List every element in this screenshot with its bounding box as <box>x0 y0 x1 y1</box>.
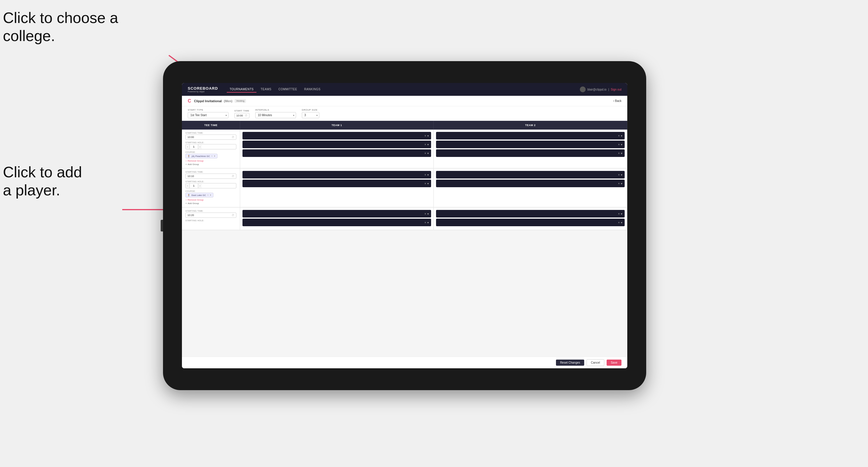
remove-group-btn-1[interactable]: ○ Remove Group <box>185 160 236 162</box>
player-slot-r2-1-1[interactable]: × ▾ <box>243 171 431 179</box>
footer: Reset Changes Cancel Save <box>182 357 627 368</box>
stepper-val-1: 1 <box>189 145 198 149</box>
player-slot-actions-1-3: × ▾ <box>424 152 429 155</box>
chevron-icon-r2-1-1[interactable]: ▾ <box>427 173 429 177</box>
tournament-title: Clippd Invitational (Men) <box>194 99 232 103</box>
player-slot-r2-2-2[interactable]: × ▾ <box>436 180 625 187</box>
close-icon-r3-2-1[interactable]: × <box>618 212 620 215</box>
reset-changes-button[interactable]: Reset Changes <box>556 360 584 366</box>
player-slot-r3-2-1[interactable]: × ▾ <box>436 210 625 217</box>
player-slot-actions-2-3: × ▾ <box>618 152 622 155</box>
chevron-icon-r3-2-1[interactable]: ▾ <box>621 212 622 215</box>
player-slot-r3-2-2[interactable]: × ▾ <box>436 219 625 226</box>
close-icon-2-1[interactable]: × <box>618 134 620 137</box>
stepper-inc-2[interactable]: › <box>198 184 202 188</box>
intervals-select-wrap: 10 Minutes 8 Minutes 12 Minutes <box>255 112 296 118</box>
tournament-gender: (Men) <box>224 99 232 103</box>
chevron-icon-1-2[interactable]: ▾ <box>427 143 429 146</box>
starting-time-input-1[interactable]: 10:00 ⏱ <box>185 134 236 140</box>
nav-link-teams[interactable]: TEAMS <box>258 87 274 93</box>
starting-time-label-3: STARTING TIME: <box>185 210 236 212</box>
sub-header: C Clippd Invitational (Men) Hosting ‹ Ba… <box>182 96 627 106</box>
starting-time-input-2[interactable]: 10:10 ⏱ <box>185 174 236 179</box>
player-slot-1-1[interactable]: × ▾ <box>243 132 431 139</box>
stepper-val-2: 1 <box>189 183 198 188</box>
table-header: Tee Time Team 1 Team 2 <box>182 121 627 130</box>
chevron-icon-2-3[interactable]: ▾ <box>621 152 622 155</box>
start-type-select-wrap: 1st Tee Start Shotgun Start <box>188 112 228 118</box>
close-icon-r2-1-1[interactable]: × <box>424 173 426 177</box>
clock-icon-3: ⏱ <box>232 214 234 217</box>
stepper-inc-1[interactable]: › <box>198 145 202 149</box>
player-slot-1-3[interactable]: × ▾ <box>243 149 431 157</box>
remove-group-label-2: Remove Group <box>188 198 204 201</box>
start-type-select[interactable]: 1st Tee Start Shotgun Start <box>188 112 228 118</box>
player-slot-actions-r3-1-2: × ▾ <box>424 221 429 224</box>
chevron-icon-2-1[interactable]: ▾ <box>621 134 622 137</box>
add-group-icon-1: + <box>185 163 187 166</box>
close-icon-r2-1-2[interactable]: × <box>424 182 426 185</box>
chevron-icon-r3-1-2[interactable]: ▾ <box>427 221 429 224</box>
course-chevron-2[interactable]: ▾ <box>210 194 211 196</box>
player-slot-actions-r2-1-2: × ▾ <box>424 182 429 185</box>
course-chevron-1[interactable]: ▾ <box>214 155 215 157</box>
clock-icon-2: ⏱ <box>232 175 234 178</box>
nav-sign-out[interactable]: Sign out <box>611 88 621 91</box>
team2-panel-2: × ▾ × ▾ <box>434 168 627 207</box>
chevron-icon-r2-2-1[interactable]: ▾ <box>621 173 622 177</box>
player-slot-r3-1-2[interactable]: × ▾ <box>243 219 431 226</box>
course-label-2: COURSE: <box>185 190 236 192</box>
close-icon-2-3[interactable]: × <box>618 152 620 155</box>
chevron-icon-r2-2-2[interactable]: ▾ <box>621 182 622 185</box>
player-slot-r2-1-2[interactable]: × ▾ <box>243 180 431 187</box>
stepper-dec-1[interactable]: ‹ <box>186 145 189 149</box>
chevron-icon-r3-1-1[interactable]: ▾ <box>427 212 429 215</box>
course-remove-1[interactable]: × <box>211 155 213 157</box>
chevron-icon-1-3[interactable]: ▾ <box>427 152 429 155</box>
nav-link-rankings[interactable]: RANKINGS <box>301 87 323 93</box>
close-icon-r3-1-1[interactable]: × <box>424 212 426 215</box>
close-icon-r3-1-2[interactable]: × <box>424 221 426 224</box>
tee-time-row-2: STARTING TIME: 10:10 ⏱ STARTING HOLE: ‹ … <box>182 168 627 208</box>
chevron-icon-2-2[interactable]: ▾ <box>621 143 622 146</box>
add-group-btn-1[interactable]: + Add Group <box>185 163 236 166</box>
intervals-label: Intervals <box>255 108 296 111</box>
close-icon-1-3[interactable]: × <box>424 152 426 155</box>
player-slot-2-2[interactable]: × ▾ <box>436 141 625 148</box>
nav-link-tournaments[interactable]: TOURNAMENTS <box>227 87 257 93</box>
nav-logo-title: SCOREBOARD <box>188 86 218 91</box>
close-icon-r3-2-2[interactable]: × <box>618 221 620 224</box>
player-slot-r3-1-1[interactable]: × ▾ <box>243 210 431 217</box>
chevron-icon-r2-1-2[interactable]: ▾ <box>427 182 429 185</box>
start-time-value: 10:00 <box>236 114 244 117</box>
group-size-select[interactable]: 3 2 4 <box>302 112 319 118</box>
add-group-btn-2[interactable]: + Add Group <box>185 202 236 205</box>
course-remove-2[interactable]: × <box>207 194 209 196</box>
starting-time-input-3[interactable]: 10:20 ⏱ <box>185 213 236 218</box>
close-icon-r2-2-1[interactable]: × <box>618 173 620 177</box>
stepper-dec-2[interactable]: ‹ <box>186 184 189 188</box>
cancel-button[interactable]: Cancel <box>587 359 604 366</box>
remove-group-btn-2[interactable]: ○ Remove Group <box>185 198 236 201</box>
course-tag-2[interactable]: 🏌 East Lake GC × ▾ <box>185 193 213 197</box>
player-slot-r2-2-1[interactable]: × ▾ <box>436 171 625 179</box>
nav-user-email: blair@clippd.io <box>587 88 607 91</box>
close-icon-r2-2-2[interactable]: × <box>618 182 620 185</box>
annotation-add-player: Click to add a player. <box>3 163 82 199</box>
intervals-select[interactable]: 10 Minutes 8 Minutes 12 Minutes <box>255 112 296 118</box>
course-tag-1[interactable]: 🏌 (A) Peachtree GC × ▾ <box>185 154 217 158</box>
player-slot-2-3[interactable]: × ▾ <box>436 149 625 157</box>
player-slot-actions-1-1: × ▾ <box>424 134 429 137</box>
chevron-icon-r3-2-2[interactable]: ▾ <box>621 221 622 224</box>
chevron-icon-1-1[interactable]: ▾ <box>427 134 429 137</box>
close-icon-1-2[interactable]: × <box>424 143 426 146</box>
start-type-group: Start Type 1st Tee Start Shotgun Start <box>188 108 228 118</box>
player-slot-1-2[interactable]: × ▾ <box>243 141 431 148</box>
tablet-screen: SCOREBOARD Powered by clippd TOURNAMENTS… <box>182 83 627 368</box>
close-icon-2-2[interactable]: × <box>618 143 620 146</box>
close-icon-1-1[interactable]: × <box>424 134 426 137</box>
back-button[interactable]: ‹ Back <box>613 99 621 102</box>
player-slot-2-1[interactable]: × ▾ <box>436 132 625 139</box>
save-button[interactable]: Save <box>607 360 621 366</box>
nav-link-committee[interactable]: COMMITTEE <box>275 87 300 93</box>
